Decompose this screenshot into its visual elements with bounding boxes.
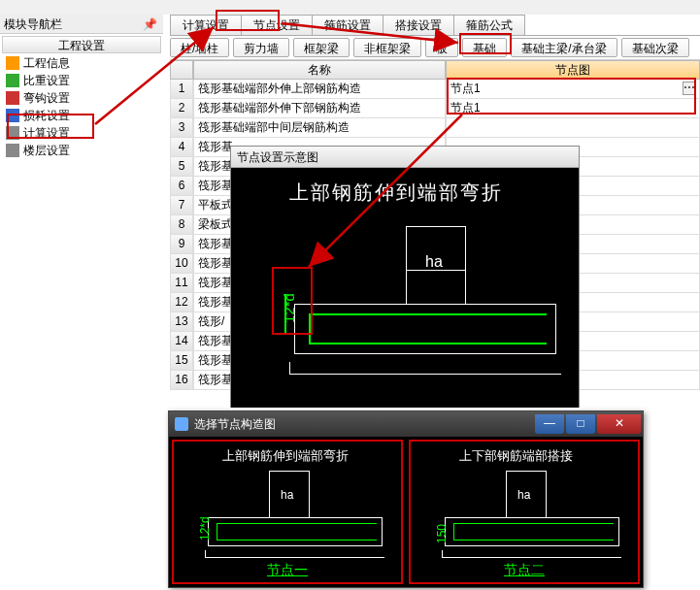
close-button[interactable]: ✕: [597, 414, 641, 434]
nav-item-weight-setting[interactable]: 比重设置: [2, 72, 161, 89]
tab-calc-setting[interactable]: 计算设置: [170, 15, 242, 35]
tab-stirrup-formula[interactable]: 箍筋公式: [453, 15, 525, 35]
option-node-2[interactable]: 上下部钢筋端部搭接 ha 150 节点二: [409, 440, 640, 584]
table-row[interactable]: 2筏形基础端部外伸下部钢筋构造节点1: [170, 99, 700, 118]
grid-header: 名称 节点图: [170, 60, 700, 80]
btn-column[interactable]: 柱/墙柱: [170, 38, 229, 57]
btn-foundation-sec[interactable]: 基础次梁: [621, 38, 689, 57]
breadcrumb[interactable]: 工程设置: [2, 36, 161, 53]
tab-lap-setting[interactable]: 搭接设置: [383, 15, 454, 35]
btn-foundation[interactable]: 基础: [462, 38, 507, 57]
doc-icon: [6, 56, 19, 70]
nav-panel: 模块导航栏 📌 工程设置 工程信息 比重设置 弯钩设置 损耗设置 计算设置 楼层…: [0, 15, 163, 403]
hook-icon: [6, 91, 19, 105]
select-title: 选择节点构造图: [194, 416, 276, 433]
diagram-heading: 上部钢筋伸到端部弯折: [289, 180, 503, 206]
table-row[interactable]: 3筏形基础端部中间层钢筋构造: [170, 118, 700, 138]
secondary-tabs: 柱/墙柱 剪力墙 框架梁 非框架梁 板 基础 基础主梁/承台梁 基础次梁: [170, 36, 700, 60]
btn-foundation-main[interactable]: 基础主梁/承台梁: [511, 38, 617, 57]
browse-button[interactable]: ⋯: [683, 82, 696, 95]
dim-ha: ha: [425, 253, 443, 271]
maximize-button[interactable]: □: [566, 414, 595, 434]
option-node-1[interactable]: 上部钢筋伸到端部弯折 ha 12*d 节点一: [172, 440, 403, 584]
col-name: 名称: [193, 60, 446, 80]
nav-item-loss-setting[interactable]: 损耗设置: [2, 107, 161, 124]
primary-tabs: 计算设置 节点设置 箍筋设置 搭接设置 箍筋公式: [170, 15, 700, 36]
table-row[interactable]: 1筏形基础端部外伸上部钢筋构造节点1⋯: [170, 80, 700, 99]
btn-framebeam[interactable]: 框架梁: [293, 38, 350, 57]
nav-title: 模块导航栏: [4, 17, 62, 31]
caption-node-1: 节点一: [174, 562, 401, 579]
app-icon: [175, 417, 188, 431]
diagram-window: 节点设置示意图 上部钢筋伸到端部弯折 ha 12*d: [230, 146, 580, 408]
btn-shearwall[interactable]: 剪力墙: [233, 38, 289, 57]
nav-header: 模块导航栏 📌: [0, 15, 163, 34]
select-node-window: 选择节点构造图 — □ ✕ 上部钢筋伸到端部弯折 ha 12*d 节点一 上下部…: [168, 410, 644, 588]
tab-stirrup-setting[interactable]: 箍筋设置: [312, 15, 383, 35]
floor-icon: [6, 144, 19, 157]
nav-item-floor-setting[interactable]: 楼层设置: [2, 142, 161, 159]
nav-item-engineering-info[interactable]: 工程信息: [2, 54, 161, 72]
btn-slab[interactable]: 板: [425, 38, 458, 57]
scale-icon: [6, 74, 19, 87]
calc-icon: [6, 126, 19, 140]
tab-node-setting[interactable]: 节点设置: [241, 15, 313, 35]
dim-12d: 12*d: [281, 293, 297, 323]
col-node: 节点图: [446, 60, 700, 80]
nav-item-hook-setting[interactable]: 弯钩设置: [2, 89, 161, 107]
minimize-button[interactable]: —: [535, 414, 564, 434]
nav-item-calc-setting[interactable]: 计算设置: [2, 124, 161, 142]
btn-nonframebeam[interactable]: 非框架梁: [353, 38, 421, 57]
diagram-body: 上部钢筋伸到端部弯折 ha 12*d: [231, 168, 579, 408]
select-titlebar[interactable]: 选择节点构造图 — □ ✕: [169, 411, 643, 437]
caption-node-2: 节点二: [411, 562, 638, 579]
pin-icon[interactable]: 📌: [143, 15, 157, 34]
loss-icon: [6, 109, 19, 122]
diagram-title: 节点设置示意图: [231, 147, 579, 168]
